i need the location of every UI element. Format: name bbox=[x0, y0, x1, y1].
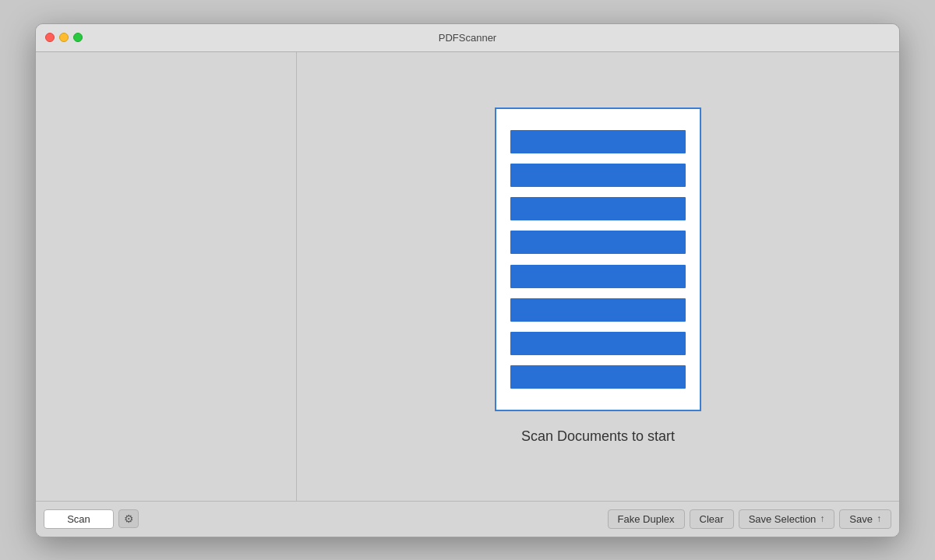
main-area: Scan Documents to start bbox=[297, 52, 899, 501]
app-window: PDFScanner Scan Documents to start Scan … bbox=[35, 23, 900, 537]
document-preview bbox=[495, 107, 701, 411]
save-button[interactable]: Save ↑ bbox=[839, 509, 891, 529]
gear-icon: ⚙ bbox=[124, 512, 134, 525]
traffic-lights bbox=[45, 33, 83, 42]
clear-button[interactable]: Clear bbox=[690, 509, 734, 529]
scan-button[interactable]: Scan bbox=[44, 509, 114, 529]
titlebar: PDFScanner bbox=[36, 24, 899, 52]
bottom-bar: Scan ⚙ Fake Duplex Clear Save Selection … bbox=[36, 501, 899, 537]
sidebar bbox=[36, 52, 297, 501]
window-title: PDFScanner bbox=[439, 32, 496, 44]
doc-stripe bbox=[510, 130, 686, 153]
minimize-button[interactable] bbox=[59, 33, 69, 42]
fake-duplex-button[interactable]: Fake Duplex bbox=[608, 509, 685, 529]
bottom-left-controls: Scan ⚙ bbox=[44, 509, 305, 529]
maximize-button[interactable] bbox=[73, 33, 83, 42]
gear-button[interactable]: ⚙ bbox=[118, 509, 139, 528]
content-area: Scan Documents to start bbox=[36, 52, 899, 501]
scan-prompt: Scan Documents to start bbox=[521, 428, 675, 445]
doc-stripe bbox=[510, 265, 686, 288]
close-button[interactable] bbox=[45, 33, 55, 42]
doc-stripe bbox=[510, 365, 686, 389]
doc-stripe bbox=[510, 298, 686, 322]
doc-stripe bbox=[510, 164, 686, 187]
bottom-right-controls: Fake Duplex Clear Save Selection ↑ Save … bbox=[305, 509, 891, 529]
save-selection-label: Save Selection bbox=[749, 513, 817, 525]
doc-stripe bbox=[510, 231, 686, 254]
doc-stripe bbox=[510, 332, 686, 355]
doc-stripe bbox=[510, 197, 686, 220]
save-label: Save bbox=[849, 513, 873, 525]
upload-icon: ↑ bbox=[820, 513, 824, 524]
upload-icon-2: ↑ bbox=[877, 513, 881, 524]
save-selection-button[interactable]: Save Selection ↑ bbox=[739, 509, 835, 529]
